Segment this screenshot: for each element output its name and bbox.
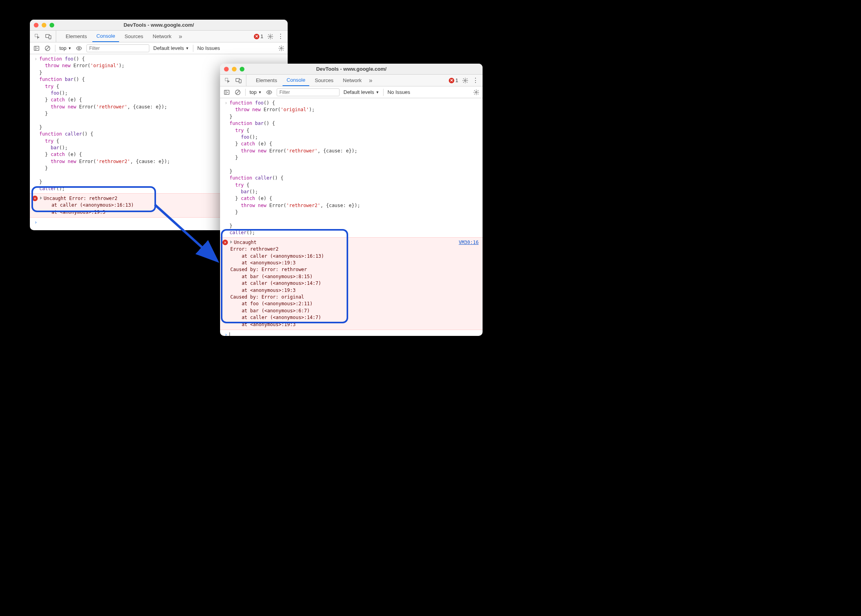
panel-tabs: Elements Console Sources Network » [252,75,442,86]
panel-tabs: Elements Console Sources Network » [62,31,247,42]
console-output: › function foo() { throw new Error('orig… [220,98,483,336]
filter-input[interactable] [86,44,149,52]
tab-elements[interactable]: Elements [62,31,91,42]
titlebar: DevTools - www.google.com/ [30,20,288,31]
error-icon: ✕ [254,34,259,39]
more-tabs-icon[interactable]: » [177,33,184,40]
error-count: 1 [261,33,263,39]
main-toolbar: Elements Console Sources Network » ✕ 1 ⋮ [30,31,288,42]
console-prompt-row[interactable]: › [220,330,483,336]
input-chevron-icon: › [222,100,229,236]
source-link[interactable]: VM30:16 [459,239,479,246]
svg-point-13 [464,80,466,81]
error-icon: ✕ [32,196,38,201]
filter-input[interactable] [277,88,340,96]
levels-label: Default levels [343,89,374,95]
dropdown-caret-icon: ▼ [376,90,379,94]
svg-rect-4 [34,46,39,50]
execution-context-selector[interactable]: top ▼ [59,45,72,51]
inspect-icon[interactable] [34,33,41,40]
kebab-menu-icon[interactable]: ⋮ [472,77,479,84]
svg-point-8 [78,48,80,49]
console-settings-gear-icon[interactable] [473,89,479,95]
code-snippet: function foo() { throw new Error('origin… [229,100,360,236]
svg-point-18 [268,92,270,93]
more-tabs-icon[interactable]: » [367,77,374,84]
inspect-icon[interactable] [224,77,231,84]
issues-counter[interactable]: No Issues [387,89,410,95]
dropdown-caret-icon: ▼ [185,46,189,50]
tab-sources[interactable]: Sources [311,75,338,86]
context-label: top [59,45,66,51]
tab-elements[interactable]: Elements [252,75,281,86]
window-title: DevTools - www.google.com/ [30,22,288,28]
live-expression-icon[interactable] [75,45,83,52]
error-count: 1 [455,77,458,83]
input-chevron-icon: › [32,56,39,192]
tab-console[interactable]: Console [283,75,309,86]
svg-point-3 [270,36,271,37]
code-snippet: function foo() { throw new Error('origin… [39,56,170,192]
device-toggle-icon[interactable] [45,33,52,40]
issues-label: No Issues [387,89,410,95]
disclosure-triangle-icon[interactable] [230,240,232,244]
tab-network[interactable]: Network [149,31,176,42]
window-title: DevTools - www.google.com/ [220,66,483,72]
console-settings-gear-icon[interactable] [278,45,285,51]
dropdown-caret-icon: ▼ [68,46,72,50]
error-text: Uncaught Error: rethrower2 at caller (<a… [230,239,480,328]
tab-console[interactable]: Console [92,31,119,42]
settings-gear-icon[interactable] [267,33,274,40]
titlebar: DevTools - www.google.com/ [220,64,483,75]
svg-rect-2 [49,35,51,39]
svg-point-9 [281,48,282,49]
disclosure-triangle-icon[interactable] [40,196,42,200]
error-count-badge[interactable]: ✕ 1 [449,77,458,83]
sidebar-toggle-icon[interactable] [223,89,230,96]
error-count-badge[interactable]: ✕ 1 [254,33,263,39]
log-levels-selector[interactable]: Default levels ▼ [153,45,189,51]
kebab-menu-icon[interactable]: ⋮ [277,33,284,40]
svg-point-19 [475,92,477,93]
live-expression-icon[interactable] [266,89,273,96]
sidebar-toggle-icon[interactable] [33,45,40,52]
execution-context-selector[interactable]: top ▼ [250,89,262,95]
error-message-row[interactable]: ✕ Uncaught Error: rethrower2 at caller (… [220,237,483,330]
context-label: top [250,89,257,95]
clear-console-icon[interactable] [44,45,51,52]
console-input-entry: › function foo() { throw new Error('orig… [220,98,483,237]
device-toggle-icon[interactable] [235,77,242,84]
clear-console-icon[interactable] [234,89,241,96]
svg-rect-12 [239,79,241,83]
svg-line-17 [236,91,239,94]
tab-sources[interactable]: Sources [121,31,147,42]
main-toolbar: Elements Console Sources Network » ✕ 1 ⋮ [220,75,483,86]
issues-counter[interactable]: No Issues [197,45,220,51]
devtools-window-after: DevTools - www.google.com/ Elements Cons… [220,64,483,336]
error-icon: ✕ [449,78,454,83]
log-levels-selector[interactable]: Default levels ▼ [343,89,379,95]
svg-line-7 [46,47,49,50]
settings-gear-icon[interactable] [462,77,468,84]
dropdown-caret-icon: ▼ [258,90,262,94]
tab-network[interactable]: Network [339,75,366,86]
svg-rect-14 [224,90,229,94]
input-chevron-icon: › [222,332,229,336]
console-filter-bar: top ▼ Default levels ▼ No Issues [220,86,483,98]
input-chevron-icon: › [32,219,39,226]
error-icon: ✕ [222,240,228,245]
console-filter-bar: top ▼ Default levels ▼ No Issues [30,42,288,54]
issues-label: No Issues [197,45,220,51]
levels-label: Default levels [153,45,184,51]
